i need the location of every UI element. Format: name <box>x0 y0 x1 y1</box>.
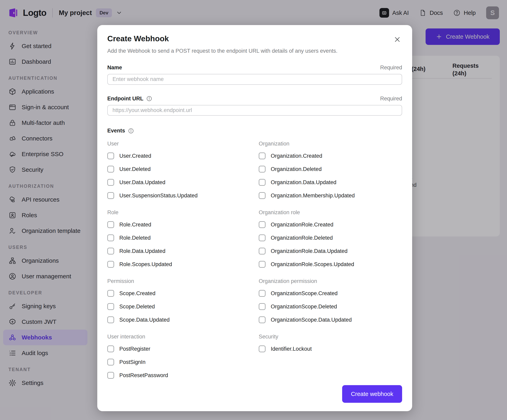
event-group-title: User interaction <box>107 334 251 340</box>
event-group-permission: PermissionScope.CreatedScope.DeletedScop… <box>107 274 251 330</box>
event-option-organizationrole-deleted[interactable]: OrganizationRole.Deleted <box>259 234 402 241</box>
event-option-label: Scope.Data.Updated <box>119 317 170 323</box>
endpoint-url-input[interactable] <box>107 105 402 116</box>
event-option-organization-data-updated[interactable]: Organization.Data.Updated <box>259 179 402 186</box>
event-option-label: OrganizationRole.Data.Updated <box>271 248 348 254</box>
close-icon[interactable] <box>393 35 402 44</box>
event-option-role-deleted[interactable]: Role.Deleted <box>107 234 251 241</box>
name-field-label: Name <box>107 64 122 71</box>
event-group-organization-role: Organization roleOrganizationRole.Create… <box>259 205 402 274</box>
event-option-label: Role.Data.Updated <box>119 248 165 254</box>
event-option-label: OrganizationScope.Created <box>271 290 338 296</box>
user-deleted-checkbox[interactable] <box>107 166 114 172</box>
create-webhook-submit-button[interactable]: Create webhook <box>342 385 402 403</box>
user-data-updated-checkbox[interactable] <box>107 179 114 186</box>
event-option-label: Role.Created <box>119 222 151 228</box>
event-option-role-data-updated[interactable]: Role.Data.Updated <box>107 248 251 255</box>
name-required-tag: Required <box>380 64 402 71</box>
organizationrole-data-updated-checkbox[interactable] <box>259 248 266 255</box>
events-label: Events <box>107 128 125 134</box>
event-option-role-created[interactable]: Role.Created <box>107 221 251 228</box>
event-option-label: PostResetPassword <box>119 372 168 379</box>
event-option-label: PostSignIn <box>119 359 146 365</box>
event-option-organization-created[interactable]: Organization.Created <box>259 152 402 159</box>
organizationrole-deleted-checkbox[interactable] <box>259 234 266 241</box>
event-option-label: OrganizationScope.Data.Updated <box>271 317 352 323</box>
event-option-label: User.Deleted <box>119 166 151 172</box>
role-scopes-updated-checkbox[interactable] <box>107 261 114 268</box>
events-info-icon[interactable] <box>128 128 134 134</box>
postsignin-checkbox[interactable] <box>107 359 114 365</box>
event-option-label: User.SuspensionStatus.Updated <box>119 193 197 199</box>
event-group-title: Organization role <box>259 209 402 216</box>
event-option-user-data-updated[interactable]: User.Data.Updated <box>107 179 251 186</box>
event-option-organization-membership-updated[interactable]: Organization.Membership.Updated <box>259 192 402 199</box>
role-created-checkbox[interactable] <box>107 221 114 228</box>
role-deleted-checkbox[interactable] <box>107 234 114 241</box>
event-option-label: OrganizationRole.Scopes.Updated <box>271 261 354 268</box>
organizationrole-created-checkbox[interactable] <box>259 221 266 228</box>
event-option-role-scopes-updated[interactable]: Role.Scopes.Updated <box>107 261 251 268</box>
event-group-security: SecurityIdentifier.Lockout <box>259 330 402 385</box>
organization-membership-updated-checkbox[interactable] <box>259 192 266 199</box>
organization-deleted-checkbox[interactable] <box>259 166 266 172</box>
endpoint-required-tag: Required <box>380 96 402 102</box>
event-option-organizationscope-created[interactable]: OrganizationScope.Created <box>259 290 402 297</box>
event-group-user-interaction: User interactionPostRegisterPostSignInPo… <box>107 330 251 385</box>
event-option-scope-created[interactable]: Scope.Created <box>107 290 251 297</box>
organizationscope-created-checkbox[interactable] <box>259 290 266 297</box>
event-group-organization-permission: Organization permissionOrganizationScope… <box>259 274 402 330</box>
event-option-postsignin[interactable]: PostSignIn <box>107 359 251 365</box>
event-group-title: Organization <box>259 141 402 147</box>
event-option-user-suspensionstatus-updated[interactable]: User.SuspensionStatus.Updated <box>107 192 251 199</box>
event-option-label: PostRegister <box>119 346 150 352</box>
event-group-title: Permission <box>107 278 251 284</box>
event-group-title: Role <box>107 209 251 216</box>
event-group-organization: OrganizationOrganization.CreatedOrganiza… <box>259 137 402 205</box>
modal-description: Add the Webhook to send a POST request t… <box>107 48 402 54</box>
endpoint-info-icon[interactable] <box>146 96 152 102</box>
role-data-updated-checkbox[interactable] <box>107 248 114 255</box>
event-option-scope-data-updated[interactable]: Scope.Data.Updated <box>107 317 251 323</box>
event-group-title: User <box>107 141 251 147</box>
event-option-postregister[interactable]: PostRegister <box>107 345 251 352</box>
event-option-organizationscope-deleted[interactable]: OrganizationScope.Deleted <box>259 303 402 310</box>
event-option-label: Scope.Deleted <box>119 303 155 310</box>
event-group-user: UserUser.CreatedUser.DeletedUser.Data.Up… <box>107 137 251 205</box>
organizationscope-deleted-checkbox[interactable] <box>259 303 266 310</box>
event-option-label: OrganizationRole.Created <box>271 222 333 228</box>
identifier-lockout-checkbox[interactable] <box>259 345 266 352</box>
event-option-organizationscope-data-updated[interactable]: OrganizationScope.Data.Updated <box>259 317 402 323</box>
organizationscope-data-updated-checkbox[interactable] <box>259 317 266 323</box>
event-option-organization-deleted[interactable]: Organization.Deleted <box>259 166 402 172</box>
scope-deleted-checkbox[interactable] <box>107 303 114 310</box>
organization-created-checkbox[interactable] <box>259 152 266 159</box>
event-option-user-deleted[interactable]: User.Deleted <box>107 166 251 172</box>
event-option-organizationrole-created[interactable]: OrganizationRole.Created <box>259 221 402 228</box>
event-option-organizationrole-data-updated[interactable]: OrganizationRole.Data.Updated <box>259 248 402 255</box>
create-webhook-modal: Create Webhook Add the Webhook to send a… <box>97 25 412 411</box>
event-option-scope-deleted[interactable]: Scope.Deleted <box>107 303 251 310</box>
event-option-label: OrganizationScope.Deleted <box>271 303 337 310</box>
event-option-label: Role.Scopes.Updated <box>119 261 172 268</box>
postregister-checkbox[interactable] <box>107 345 114 352</box>
organizationrole-scopes-updated-checkbox[interactable] <box>259 261 266 268</box>
user-created-checkbox[interactable] <box>107 152 114 159</box>
event-option-user-created[interactable]: User.Created <box>107 152 251 159</box>
event-option-postresetpassword[interactable]: PostResetPassword <box>107 372 251 379</box>
organization-data-updated-checkbox[interactable] <box>259 179 266 186</box>
webhook-name-input[interactable] <box>107 74 402 85</box>
scope-created-checkbox[interactable] <box>107 290 114 297</box>
event-option-label: Role.Deleted <box>119 235 151 241</box>
endpoint-field-label: Endpoint URL <box>107 96 143 102</box>
postresetpassword-checkbox[interactable] <box>107 372 114 379</box>
scope-data-updated-checkbox[interactable] <box>107 317 114 323</box>
user-suspensionstatus-updated-checkbox[interactable] <box>107 192 114 199</box>
event-option-label: Identifier.Lockout <box>271 346 312 352</box>
event-groups: UserUser.CreatedUser.DeletedUser.Data.Up… <box>107 137 402 385</box>
event-option-identifier-lockout[interactable]: Identifier.Lockout <box>259 345 402 352</box>
event-option-organizationrole-scopes-updated[interactable]: OrganizationRole.Scopes.Updated <box>259 261 402 268</box>
event-option-label: Organization.Created <box>271 153 322 159</box>
event-group-title: Organization permission <box>259 278 402 284</box>
event-option-label: User.Data.Updated <box>119 179 165 186</box>
